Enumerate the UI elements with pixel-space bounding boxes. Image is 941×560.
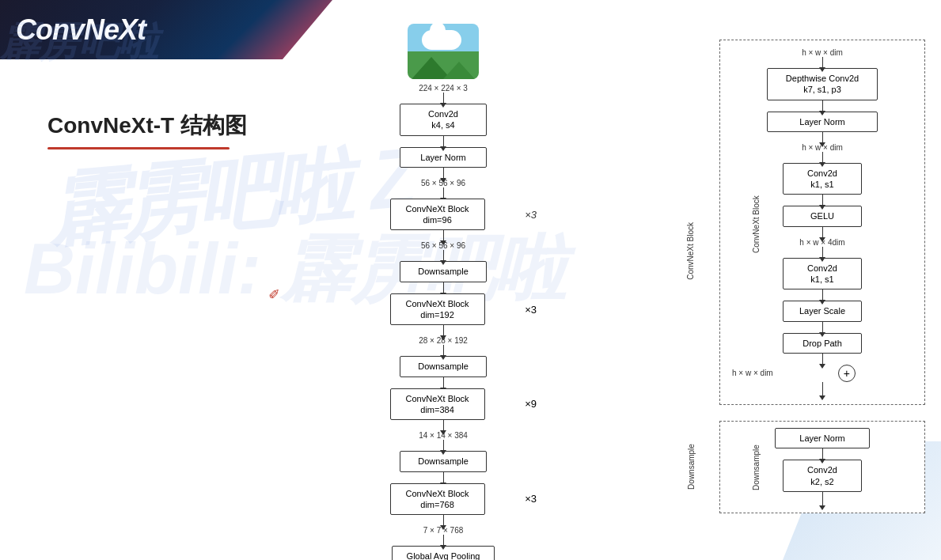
times-3-4: ×3 [525, 493, 537, 505]
r-conv2d-2-box: Conv2d k1, s1 [783, 258, 862, 290]
pen-icon: ✏ [264, 283, 285, 304]
ds-conv2d-sub: k2, s2 [790, 476, 855, 487]
convnext-4-sub: dim=768 [397, 499, 478, 510]
image-label: 224 × 224 × 3 [356, 84, 530, 93]
mountain2-shape [443, 62, 475, 79]
r-arrow-6 [822, 227, 823, 238]
r-conv2d-1-sub: k1, s1 [790, 179, 855, 190]
r-conv2d-2-sub: k1, s1 [790, 274, 855, 285]
r-arrow-11 [822, 382, 823, 396]
convnext-block-dashed: ConvNeXt Block h × w × dim Depthwise Con… [719, 40, 925, 405]
r-arrow-4 [822, 152, 823, 163]
conv2d-1-sub: k4, s4 [407, 119, 480, 131]
ds-conv2d-label: Conv2d [790, 464, 855, 475]
r-arrow-5 [822, 195, 823, 206]
header-title: ConvNeXt [16, 13, 146, 47]
arrow-12 [443, 440, 444, 451]
downsample-1-label: Downsample [407, 266, 480, 277]
left-content: ConvNeXt-T 结构图 [47, 111, 348, 149]
r-arrow-9 [822, 322, 823, 333]
conv2d-1-label: Conv2d [407, 108, 480, 119]
convnext-block-side-label: ConvNeXt Block [752, 79, 761, 253]
downsample-2-label: Downsample [407, 361, 480, 372]
downsample-3-label: Downsample [407, 456, 480, 467]
block-vertical-label: ConvNeXt Block [686, 222, 695, 280]
arrow-3 [443, 168, 444, 179]
depthwise-conv-box: Depthwise Conv2d k7, s1, p3 [767, 68, 878, 100]
arrow-10 [443, 377, 444, 388]
r-conv2d-1-label: Conv2d [790, 168, 855, 179]
arrow-14 [443, 515, 444, 526]
arrow-13 [443, 472, 444, 483]
plus-circle: + [838, 365, 856, 382]
arrow-11 [443, 420, 444, 431]
convnext-1-box: ConvNeXt Block dim=96 [390, 199, 485, 231]
ds-conv2d-box: Conv2d k2, s2 [783, 460, 862, 492]
convnext-3-label: ConvNeXt Block [397, 393, 478, 404]
r-conv2d-2-label: Conv2d [790, 263, 855, 274]
arrow-4 [443, 187, 444, 199]
times-3-2: ×3 [525, 304, 537, 316]
block-4-row: ConvNeXt Block dim=768 ×3 [356, 483, 530, 516]
convnext-3-sub: dim=384 [397, 404, 478, 415]
arrow-8 [443, 325, 444, 336]
global-avg-pool-label: Global Avg Pooling [399, 551, 488, 560]
ds-layer-norm-box: Layer Norm [775, 428, 870, 448]
convnext-2-label: ConvNeXt Block [397, 298, 478, 309]
plus-sign: + [844, 367, 850, 380]
right-diagram: ConvNeXt Block h × w × dim Depthwise Con… [719, 40, 925, 513]
block-2-row: ConvNeXt Block dim=192 ×3 [356, 293, 530, 326]
arrow-6 [443, 250, 444, 261]
convnext-2-box: ConvNeXt Block dim=192 [390, 293, 485, 326]
diagram-title: ConvNeXt-T 结构图 [47, 111, 348, 141]
depthwise-label: Depthwise Conv2d [774, 73, 871, 84]
arrow-5 [443, 230, 444, 241]
r-arrow-8 [822, 289, 823, 301]
ds-arrow-2 [822, 492, 823, 506]
downsample-dashed: Downsample Layer Norm Conv2d k2, s2 [719, 421, 925, 513]
convnext-4-box: ConvNeXt Block dim=768 [390, 483, 485, 516]
r-arrow-3 [822, 132, 823, 143]
downsample-vertical-label: Downsample [687, 445, 696, 490]
drop-path-label: Drop Path [790, 338, 855, 349]
arrow-15 [443, 535, 444, 546]
r-layer-norm-label: Layer Norm [774, 116, 871, 127]
layer-scale-label: Layer Scale [790, 305, 855, 316]
layer-norm-1-label: Layer Norm [407, 152, 480, 163]
block-1-row: ConvNeXt Block dim=96 ×3 [356, 199, 530, 231]
times-3-1: ×3 [525, 209, 537, 221]
title-underline [47, 147, 230, 149]
arrow-9 [443, 345, 444, 356]
conv2d-1-box: Conv2d k4, s4 [400, 104, 487, 136]
r-arrow-2 [822, 100, 823, 112]
r-arrow-10 [822, 354, 823, 365]
cloud-shape [422, 30, 461, 50]
times-9: ×9 [525, 398, 537, 410]
input-image [408, 24, 479, 79]
center-diagram: 224 × 224 × 3 Conv2d k4, s4 Layer Norm 5… [356, 24, 530, 560]
arrow-2 [443, 136, 444, 147]
ds-arrow-1 [822, 448, 823, 460]
block-3-row: ConvNeXt Block dim=384 ×9 [356, 388, 530, 421]
top-hw-label: h × w × dim [732, 48, 913, 57]
bottom-hw-label: h × w × dim [732, 369, 773, 377]
r-arrow-1 [822, 57, 823, 68]
gelu-label: GELU [790, 210, 855, 221]
convnext-4-label: ConvNeXt Block [397, 488, 478, 499]
ds-layer-norm-label: Layer Norm [782, 433, 863, 444]
arrow-1 [443, 93, 444, 104]
arrow-7 [443, 282, 444, 293]
convnext-1-label: ConvNeXt Block [397, 203, 478, 214]
r-conv2d-1-box: Conv2d k1, s1 [783, 163, 862, 195]
convnext-2-sub: dim=192 [397, 309, 478, 320]
header: ConvNeXt [0, 0, 332, 59]
convnext-1-sub: dim=96 [397, 214, 478, 225]
downsample-side-label: Downsample [752, 411, 761, 490]
depthwise-sub: k7, s1, p3 [774, 84, 871, 95]
r-arrow-7 [822, 247, 823, 258]
convnext-3-box: ConvNeXt Block dim=384 [390, 388, 485, 421]
